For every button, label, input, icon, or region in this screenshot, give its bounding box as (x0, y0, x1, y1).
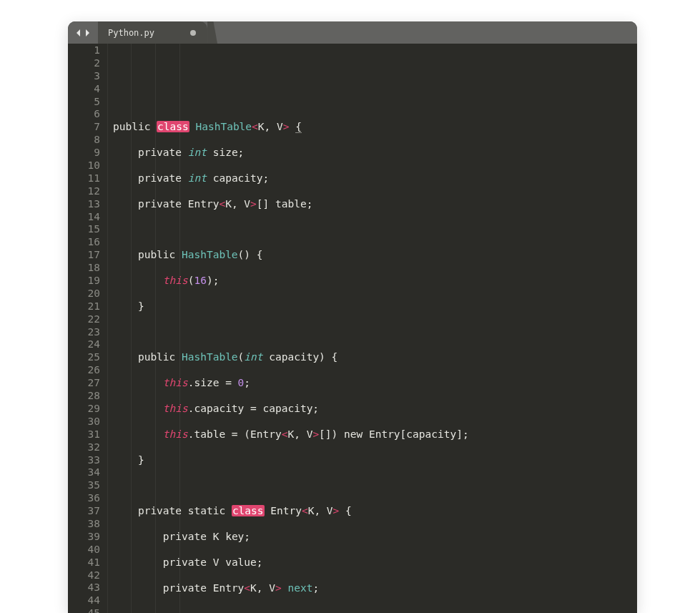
line-number: 36 (68, 492, 100, 505)
nav-forward-icon[interactable] (84, 29, 91, 37)
code-line (113, 236, 637, 249)
code-line (113, 262, 637, 275)
line-number: 10 (68, 160, 100, 172)
code-line (113, 185, 637, 198)
titlebar: Python.py (68, 21, 637, 44)
line-number: 41 (68, 556, 100, 569)
code-line (113, 134, 637, 147)
line-number: 31 (68, 428, 100, 441)
line-number: 39 (68, 531, 100, 544)
code-line: } (113, 454, 637, 467)
code-line: } (113, 300, 637, 313)
nav-back-icon[interactable] (75, 29, 82, 37)
code-line (113, 466, 637, 479)
code-line: public class HashTable<K, V> { (113, 121, 637, 134)
line-number: 12 (68, 185, 100, 198)
line-number: 29 (68, 403, 100, 416)
line-number: 14 (68, 211, 100, 224)
line-number: 28 (68, 390, 100, 403)
line-number: 22 (68, 313, 100, 326)
line-number: 19 (68, 275, 100, 288)
code-line (113, 492, 637, 505)
line-number: 9 (68, 147, 100, 160)
line-number: 35 (68, 479, 100, 492)
line-number: 3 (68, 70, 100, 83)
editor-body: 1234567891011121314151617181920212223242… (68, 44, 637, 613)
line-number: 2 (68, 57, 100, 70)
code-line (113, 441, 637, 454)
line-number: 40 (68, 544, 100, 556)
line-number: 21 (68, 300, 100, 313)
line-number: 17 (68, 249, 100, 262)
line-number: 37 (68, 505, 100, 518)
dirty-indicator-icon (190, 30, 196, 36)
code-line (113, 416, 637, 428)
line-number: 20 (68, 288, 100, 300)
code-line: this.capacity = capacity; (113, 403, 637, 416)
code-line: private int size; (113, 147, 637, 160)
code-area[interactable]: public class HashTable<K, V> { private i… (107, 44, 637, 613)
code-line: this.table = (Entry<K, V>[]) new Entry[c… (113, 428, 637, 441)
code-line: public HashTable() { (113, 249, 637, 262)
code-line (113, 339, 637, 352)
line-number: 42 (68, 569, 100, 582)
line-number: 33 (68, 454, 100, 467)
code-line (113, 390, 637, 403)
file-tab[interactable]: Python.py (98, 21, 207, 44)
code-line (113, 544, 637, 556)
code-line: public HashTable(int capacity) { (113, 351, 637, 364)
line-number: 8 (68, 134, 100, 147)
code-line (113, 224, 637, 237)
code-line: private Entry<K, V> next; (113, 582, 637, 595)
line-number: 5 (68, 96, 100, 109)
line-number-gutter: 1234567891011121314151617181920212223242… (68, 44, 107, 613)
line-number: 1 (68, 44, 100, 57)
code-line (113, 594, 637, 607)
code-line: private int capacity; (113, 172, 637, 185)
line-number: 18 (68, 262, 100, 275)
line-number: 30 (68, 416, 100, 428)
line-number: 24 (68, 338, 100, 351)
code-line (113, 607, 637, 613)
code-line: private Entry<K, V>[] table; (113, 198, 637, 211)
line-number: 32 (68, 441, 100, 454)
line-number: 25 (68, 351, 100, 364)
line-number: 26 (68, 364, 100, 377)
code-line: private K key; (113, 531, 637, 544)
code-line: private V value; (113, 556, 637, 569)
line-number: 15 (68, 223, 100, 236)
line-number: 34 (68, 466, 100, 479)
code-line (113, 288, 637, 300)
code-line (113, 569, 637, 582)
line-number: 6 (68, 108, 100, 121)
tab-filename: Python.py (108, 28, 154, 38)
code-line (113, 313, 637, 326)
editor-window: Python.py 123456789101112131415161718192… (68, 21, 637, 613)
line-number: 13 (68, 198, 100, 211)
line-number: 23 (68, 326, 100, 339)
nav-arrows (68, 21, 98, 44)
code-line (113, 211, 637, 224)
code-line: this(16); (113, 275, 637, 288)
line-number: 43 (68, 582, 100, 594)
line-number: 11 (68, 172, 100, 185)
line-number: 27 (68, 377, 100, 390)
code-line (113, 518, 637, 531)
code-line: private static class Entry<K, V> { (113, 505, 637, 518)
code-line: this.size = 0; (113, 377, 637, 390)
code-line (113, 479, 637, 492)
line-number: 4 (68, 83, 100, 96)
line-number: 7 (68, 121, 100, 134)
code-line (113, 364, 637, 377)
code-line (113, 326, 637, 339)
line-number: 38 (68, 518, 100, 531)
code-line (113, 160, 637, 172)
line-number: 45 (68, 607, 100, 613)
line-number: 16 (68, 236, 100, 249)
line-number: 44 (68, 594, 100, 607)
